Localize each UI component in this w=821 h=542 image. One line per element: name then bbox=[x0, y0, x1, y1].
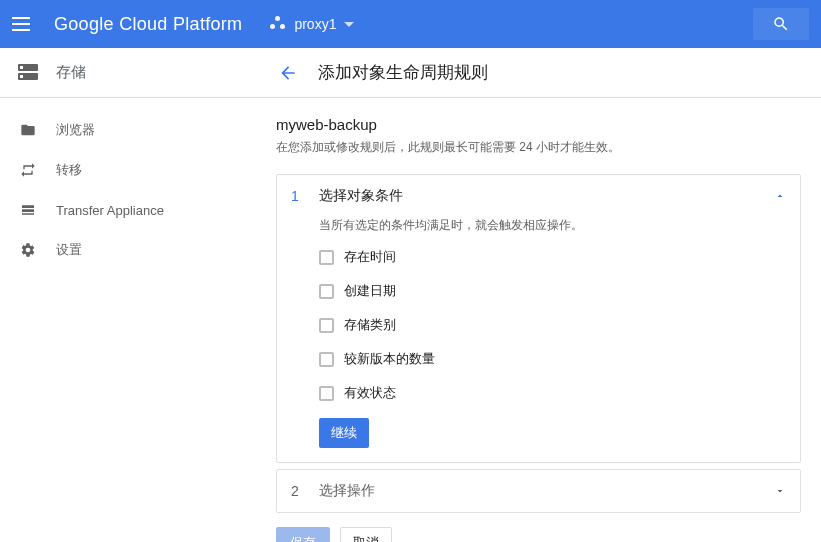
back-button[interactable] bbox=[276, 61, 300, 85]
condition-row-newer-versions[interactable]: 较新版本的数量 bbox=[319, 350, 786, 368]
condition-label: 较新版本的数量 bbox=[344, 350, 435, 368]
page-title: 添加对象生命周期规则 bbox=[318, 61, 488, 84]
brand-label: Google Cloud Platform bbox=[54, 14, 242, 35]
checkbox[interactable] bbox=[319, 284, 334, 299]
cancel-button[interactable]: 取消 bbox=[340, 527, 392, 542]
step-1-card: 1 选择对象条件 当所有选定的条件均满足时，就会触发相应操作。 存在时间 创建日… bbox=[276, 174, 801, 463]
sidebar-item-settings[interactable]: 设置 bbox=[0, 230, 256, 270]
main-header: 添加对象生命周期规则 bbox=[256, 48, 821, 98]
step-2-header[interactable]: 2 选择操作 bbox=[277, 470, 800, 512]
project-selector[interactable]: proxy1 bbox=[270, 16, 354, 32]
sidebar-item-browser[interactable]: 浏览器 bbox=[0, 110, 256, 150]
condition-row-storage-class[interactable]: 存储类别 bbox=[319, 316, 786, 334]
chevron-down-icon bbox=[344, 22, 354, 27]
arrow-left-icon bbox=[278, 63, 298, 83]
appliance-icon bbox=[18, 202, 38, 218]
transfer-icon bbox=[18, 162, 38, 178]
gear-icon bbox=[18, 242, 38, 258]
search-button[interactable] bbox=[753, 8, 809, 40]
chevron-down-icon bbox=[774, 485, 786, 497]
project-dots-icon bbox=[270, 16, 286, 32]
condition-row-age[interactable]: 存在时间 bbox=[319, 248, 786, 266]
storage-icon bbox=[18, 64, 38, 82]
checkbox[interactable] bbox=[319, 386, 334, 401]
top-bar: Google Cloud Platform proxy1 bbox=[0, 0, 821, 48]
sidebar-item-label: 设置 bbox=[56, 241, 82, 259]
checkbox[interactable] bbox=[319, 318, 334, 333]
sidebar-item-label: 转移 bbox=[56, 161, 82, 179]
sidebar-item-label: Transfer Appliance bbox=[56, 203, 164, 218]
condition-row-live-state[interactable]: 有效状态 bbox=[319, 384, 786, 402]
browser-icon bbox=[18, 122, 38, 138]
step-1-body: 当所有选定的条件均满足时，就会触发相应操作。 存在时间 创建日期 存储类别 较新… bbox=[277, 217, 800, 462]
sidebar-item-transfer-appliance[interactable]: Transfer Appliance bbox=[0, 190, 256, 230]
step-label: 选择对象条件 bbox=[319, 187, 760, 205]
step-label: 选择操作 bbox=[319, 482, 760, 500]
condition-label: 有效状态 bbox=[344, 384, 396, 402]
condition-label: 存储类别 bbox=[344, 316, 396, 334]
checkbox[interactable] bbox=[319, 352, 334, 367]
project-name: proxy1 bbox=[294, 16, 336, 32]
step-2-card: 2 选择操作 bbox=[276, 469, 801, 513]
footer-buttons: 保存 取消 bbox=[276, 527, 801, 542]
checkbox[interactable] bbox=[319, 250, 334, 265]
sidebar-item-transfer[interactable]: 转移 bbox=[0, 150, 256, 190]
sidebar: 存储 浏览器 转移 Transfer Appliance 设置 bbox=[0, 48, 256, 542]
condition-row-created[interactable]: 创建日期 bbox=[319, 282, 786, 300]
step-description: 当所有选定的条件均满足时，就会触发相应操作。 bbox=[319, 217, 786, 234]
sidebar-item-label: 浏览器 bbox=[56, 121, 95, 139]
chevron-up-icon bbox=[774, 190, 786, 202]
sidebar-title: 存储 bbox=[56, 63, 86, 82]
sidebar-header: 存储 bbox=[0, 48, 256, 98]
helper-text: 在您添加或修改规则后，此规则最长可能需要 24 小时才能生效。 bbox=[276, 139, 801, 156]
search-icon bbox=[772, 15, 790, 33]
condition-label: 存在时间 bbox=[344, 248, 396, 266]
save-button[interactable]: 保存 bbox=[276, 527, 330, 542]
step-number: 2 bbox=[291, 483, 305, 499]
main-content: 添加对象生命周期规则 myweb-backup 在您添加或修改规则后，此规则最长… bbox=[256, 48, 821, 542]
bucket-name: myweb-backup bbox=[276, 116, 801, 133]
hamburger-menu-icon[interactable] bbox=[12, 12, 36, 36]
condition-label: 创建日期 bbox=[344, 282, 396, 300]
continue-button[interactable]: 继续 bbox=[319, 418, 369, 448]
step-1-header[interactable]: 1 选择对象条件 bbox=[277, 175, 800, 217]
step-number: 1 bbox=[291, 188, 305, 204]
